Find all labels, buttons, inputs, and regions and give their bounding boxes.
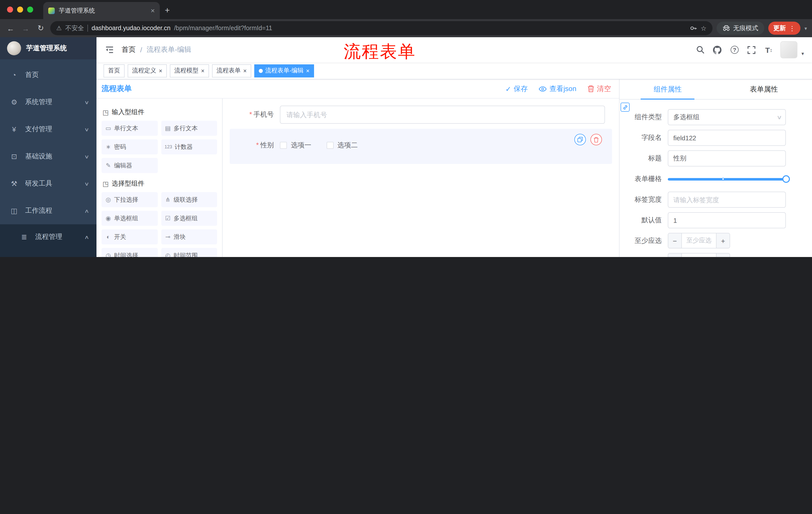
palette-item-slider[interactable]: ⊸滑块	[161, 229, 217, 244]
slider-track[interactable]	[668, 178, 786, 180]
palette-item-switch[interactable]: ◐开关	[102, 229, 157, 244]
font-size-icon[interactable]: T↕	[763, 44, 774, 55]
stepper-increase-button[interactable]: +	[716, 253, 730, 257]
tab-close-icon[interactable]: ×	[151, 7, 155, 14]
window-close-button[interactable]	[7, 6, 13, 12]
avatar[interactable]	[780, 41, 798, 58]
back-icon[interactable]: ←	[5, 24, 16, 32]
canvas-item-phone[interactable]: *手机号	[230, 106, 612, 124]
window-minimize-button[interactable]	[17, 6, 23, 12]
trash-icon	[593, 137, 599, 142]
browser-menu-icon[interactable]: ⋮	[789, 24, 795, 32]
sidebar-item-infrastructure[interactable]: ⊡ 基础设施 ∨	[0, 143, 96, 170]
palette-item-time-picker[interactable]: ◷时间选择	[102, 248, 157, 257]
palette-item-counter[interactable]: 123计数器	[161, 139, 217, 154]
stepper-value[interactable]: 最多可选	[682, 253, 716, 257]
chevron-down-icon: ∨	[84, 99, 89, 105]
sidebar-item-home[interactable]: ◔ 首页	[0, 61, 96, 88]
stepper-decrease-button[interactable]: −	[668, 233, 682, 248]
palette-item-radio-group[interactable]: ◉单选框组	[102, 211, 157, 226]
palette-item-time-range[interactable]: ◴时间范围	[161, 248, 217, 257]
tag-label: 流程表单-编辑	[265, 66, 303, 75]
sidebar-item-process-form[interactable]: ▤ 流程表单	[0, 249, 96, 257]
item-tools	[574, 134, 602, 145]
search-icon[interactable]	[695, 44, 706, 55]
breadcrumb-home[interactable]: 首页	[122, 45, 136, 54]
gender-option-2[interactable]: 选项二	[326, 141, 358, 150]
github-icon[interactable]	[712, 44, 723, 55]
tag-close-icon[interactable]: ×	[201, 67, 204, 74]
palette-item-checkbox-group[interactable]: ☑多选框组	[161, 211, 217, 226]
avatar-caret-icon[interactable]: ▾	[802, 51, 804, 56]
security-label[interactable]: 不安全	[65, 24, 84, 32]
palette-item-label: 单行文本	[114, 124, 138, 133]
form-grid-slider[interactable]	[668, 171, 786, 187]
url-domain[interactable]: dashboard.yudao.iocoder.cn	[92, 25, 171, 32]
gender-option-1[interactable]: 选项一	[280, 141, 311, 150]
palette-item-password[interactable]: ∗密码	[102, 139, 157, 154]
palette-item-textarea[interactable]: ▤多行文本	[161, 121, 217, 136]
tag-process-model[interactable]: 流程模型 ×	[170, 64, 209, 77]
tag-home[interactable]: 首页	[104, 64, 125, 77]
palette-item-editor[interactable]: ✎编辑器	[102, 158, 157, 173]
forward-icon[interactable]: →	[20, 24, 31, 32]
clear-button[interactable]: 清空	[587, 84, 611, 93]
window-zoom-button[interactable]	[27, 6, 33, 12]
slider-handle[interactable]	[782, 175, 790, 183]
password-key-icon[interactable]	[690, 25, 697, 32]
reload-icon[interactable]: ↻	[35, 24, 46, 33]
component-type-label: 组件类型	[625, 113, 668, 122]
view-json-button[interactable]: 查看json	[539, 84, 576, 93]
address-bar[interactable]: ⚠ 不安全 dashboard.yudao.iocoder.cn /bpm/ma…	[50, 21, 713, 35]
update-button[interactable]: 更新 ⋮	[768, 22, 801, 35]
tag-close-icon[interactable]: ×	[159, 67, 162, 74]
tab-component-props[interactable]: 组件属性	[619, 79, 716, 99]
copy-item-button[interactable]	[574, 134, 586, 145]
editor-icon: ✎	[105, 162, 112, 169]
tag-process-definition[interactable]: 流程定义 ×	[127, 64, 167, 77]
sidebar-item-payment[interactable]: ¥ 支付管理 ∨	[0, 116, 96, 143]
tag-close-icon[interactable]: ×	[243, 67, 247, 74]
label-width-input[interactable]	[668, 192, 786, 208]
sidebar-item-devtools[interactable]: ⚒ 研发工具 ∨	[0, 170, 96, 197]
tag-process-form-edit[interactable]: 流程表单-编辑 ×	[254, 64, 314, 77]
new-tab-button[interactable]: +	[165, 5, 170, 16]
stepper-decrease-button[interactable]: −	[668, 253, 682, 257]
default-value-input[interactable]	[668, 212, 786, 228]
component-type-select[interactable]: 多选框组 ∨	[668, 109, 786, 125]
tag-close-icon[interactable]: ×	[306, 67, 310, 74]
title-input[interactable]	[668, 151, 786, 166]
tag-process-form[interactable]: 流程表单 ×	[212, 64, 251, 77]
url-path[interactable]: /bpm/manager/form/edit?formId=11	[174, 25, 272, 32]
link-icon[interactable]	[620, 103, 630, 112]
breadcrumb-separator: /	[140, 46, 142, 54]
checkbox-box[interactable]	[280, 142, 287, 149]
clear-label: 清空	[597, 84, 611, 93]
fullscreen-icon[interactable]	[746, 44, 757, 55]
delete-item-button[interactable]	[590, 134, 602, 145]
help-icon[interactable]: ?	[729, 44, 740, 55]
browser-tab[interactable]: 芋道管理系统 ×	[43, 2, 160, 19]
field-name-input[interactable]	[668, 130, 786, 146]
checkbox-box[interactable]	[326, 142, 334, 149]
required-asterisk: *	[256, 141, 259, 149]
palette-item-select[interactable]: ◎下拉选择	[102, 192, 157, 207]
sidebar-item-system[interactable]: ⚙ 系统管理 ∨	[0, 88, 96, 116]
palette-item-text-field[interactable]: ▭单行文本	[102, 121, 157, 136]
save-button[interactable]: ✓ 保存	[505, 84, 528, 93]
phone-input[interactable]	[280, 106, 605, 124]
sidebar-logo[interactable]: 芋道管理系统	[0, 37, 96, 59]
toolbar-caret-icon[interactable]: ▾	[805, 25, 807, 31]
form-canvas[interactable]: *手机号	[223, 99, 619, 257]
sidebar-item-process-management[interactable]: ≣ 流程管理 ∧	[0, 224, 96, 249]
canvas-item-gender-selected[interactable]: *性别 选项一 选项二	[230, 129, 612, 164]
designer-toolbar: 流程表单 ✓ 保存 查看json	[96, 79, 619, 99]
stepper-increase-button[interactable]: +	[716, 233, 730, 248]
tab-form-props[interactable]: 表单属性	[716, 79, 812, 99]
checkbox-label: 选项二	[338, 141, 358, 150]
bookmark-star-icon[interactable]: ☆	[701, 24, 706, 32]
palette-item-cascader[interactable]: ⋔级联选择	[161, 192, 217, 207]
stepper-value[interactable]: 至少应选	[682, 233, 716, 248]
sidebar-item-workflow[interactable]: ◫ 工作流程 ∧	[0, 197, 96, 224]
hamburger-icon[interactable]	[105, 45, 115, 55]
